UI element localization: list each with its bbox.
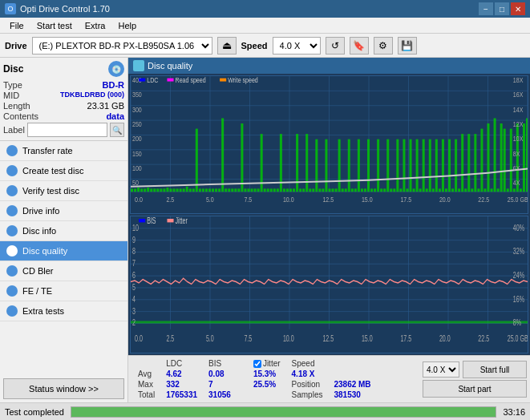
svg-text:250: 250 — [132, 120, 142, 128]
svg-rect-97 — [380, 188, 382, 192]
svg-text:15.0: 15.0 — [362, 196, 373, 204]
svg-rect-85 — [342, 188, 344, 192]
nav-disc-quality[interactable]: Disc quality — [0, 241, 127, 261]
svg-rect-94 — [370, 188, 373, 192]
svg-rect-46 — [215, 188, 217, 192]
svg-rect-24 — [144, 188, 146, 192]
max-speed-label: Position — [287, 380, 328, 389]
disc-contents-val: data — [106, 111, 124, 121]
nav-verify-test-disc[interactable]: Verify test disc — [0, 181, 127, 201]
progress-bar-fill — [71, 407, 496, 417]
titlebar-controls: − □ ✕ — [479, 2, 525, 15]
menu-help[interactable]: Help — [111, 19, 143, 32]
svg-rect-27 — [153, 188, 156, 192]
svg-rect-36 — [183, 188, 185, 192]
menubar: File Start test Extra Help — [0, 18, 530, 34]
disc-type-row: Type BD-R — [3, 80, 124, 90]
svg-rect-44 — [208, 188, 211, 192]
svg-rect-130 — [487, 123, 489, 192]
svg-text:7.5: 7.5 — [244, 196, 252, 204]
svg-text:4X: 4X — [513, 180, 520, 188]
bookmark-button[interactable]: 🔖 — [350, 37, 369, 55]
svg-rect-61 — [264, 188, 266, 192]
disc-icon: 💿 — [108, 61, 124, 77]
max-jitter: 25.5% — [249, 380, 285, 389]
minimize-button[interactable]: − — [479, 2, 493, 15]
svg-rect-42 — [202, 188, 204, 192]
svg-rect-63 — [270, 188, 273, 192]
nav-label-transfer: Transfer rate — [22, 146, 73, 155]
maximize-button[interactable]: □ — [495, 2, 509, 15]
svg-rect-123 — [464, 188, 467, 192]
speed-select[interactable]: 4.0 X — [273, 37, 321, 55]
jitter-checkbox[interactable] — [253, 360, 261, 368]
svg-rect-137 — [510, 129, 512, 192]
svg-rect-102 — [396, 139, 399, 192]
nav-cd-bler[interactable]: CD Bler — [0, 261, 127, 281]
svg-text:7.5: 7.5 — [244, 333, 252, 343]
nav-fe-te[interactable]: FE / TE — [0, 281, 127, 301]
menu-extra[interactable]: Extra — [79, 19, 112, 32]
nav-disc-info[interactable]: Disc info — [0, 221, 127, 241]
charts-area: 18X 16X 14X 12X 10X 8X 6X 4X 400 350 300… — [128, 74, 530, 355]
settings-icon-btn[interactable]: ⚙ — [374, 37, 393, 55]
svg-rect-35 — [180, 188, 182, 192]
svg-text:17.5: 17.5 — [400, 333, 411, 343]
nav-transfer-rate[interactable]: Transfer rate — [0, 141, 127, 161]
start-buttons: 4.0 X Start full Start part — [423, 361, 527, 398]
start-full-button[interactable]: Start full — [463, 361, 527, 378]
svg-text:8X: 8X — [513, 150, 520, 158]
svg-rect-33 — [173, 188, 176, 192]
nav-icon-disc-quality — [6, 245, 18, 256]
svg-rect-88 — [351, 188, 354, 192]
svg-text:2.5: 2.5 — [166, 333, 174, 343]
svg-rect-30 — [163, 188, 165, 192]
svg-rect-58 — [254, 188, 257, 192]
disc-label-key: Label — [3, 125, 25, 135]
svg-rect-62 — [267, 188, 269, 192]
app-title: Opti Drive Control 1.70 — [20, 4, 110, 14]
svg-text:16%: 16% — [513, 294, 524, 304]
titlebar-left: O Opti Drive Control 1.70 — [5, 3, 110, 14]
close-button[interactable]: ✕ — [511, 2, 525, 15]
svg-text:Jitter: Jitter — [176, 216, 188, 225]
svg-text:50: 50 — [132, 180, 139, 188]
start-part-button[interactable]: Start part — [423, 380, 527, 398]
nav-label-extra: Extra tests — [22, 306, 64, 316]
svg-text:9: 9 — [132, 235, 136, 244]
eject-button[interactable]: ⏏ — [217, 37, 237, 55]
drive-select[interactable]: (E:) PLEXTOR BD-R PX-LB950SA 1.06 — [32, 37, 212, 55]
max-ldc: 332 — [161, 380, 202, 389]
svg-text:200: 200 — [132, 135, 142, 143]
col-jitter: Jitter — [263, 359, 281, 368]
save-button[interactable]: 💾 — [398, 37, 417, 55]
nav-create-test-disc[interactable]: Create test disc — [0, 161, 127, 181]
svg-rect-112 — [429, 139, 431, 192]
svg-text:300: 300 — [132, 106, 142, 114]
speed-select-stats[interactable]: 4.0 X — [423, 361, 459, 378]
svg-rect-195 — [131, 321, 528, 323]
total-ldc: 1765331 — [161, 390, 202, 399]
status-window-button[interactable]: Status window >> — [3, 378, 124, 399]
menu-start-test[interactable]: Start test — [30, 19, 79, 32]
svg-rect-127 — [477, 188, 479, 192]
svg-rect-25 — [147, 188, 149, 192]
svg-rect-75 — [309, 188, 311, 192]
label-search-button[interactable]: 🔍 — [110, 123, 124, 137]
svg-rect-116 — [442, 139, 444, 192]
disc-label-input[interactable] — [27, 123, 107, 137]
svg-rect-83 — [335, 188, 338, 192]
nav-extra-tests[interactable]: Extra tests — [0, 301, 127, 321]
svg-rect-111 — [426, 188, 428, 192]
svg-text:32%: 32% — [513, 247, 524, 256]
svg-text:2: 2 — [132, 318, 136, 328]
menu-file[interactable]: File — [3, 19, 30, 32]
refresh-button[interactable]: ↺ — [326, 37, 345, 55]
svg-rect-43 — [205, 188, 208, 192]
nav-drive-info[interactable]: Drive info — [0, 201, 127, 221]
svg-rect-49 — [225, 188, 227, 192]
disc-type-key: Type — [3, 80, 22, 90]
svg-rect-118 — [448, 139, 451, 192]
svg-rect-142 — [526, 118, 528, 192]
col-bis: BIS — [204, 359, 236, 368]
